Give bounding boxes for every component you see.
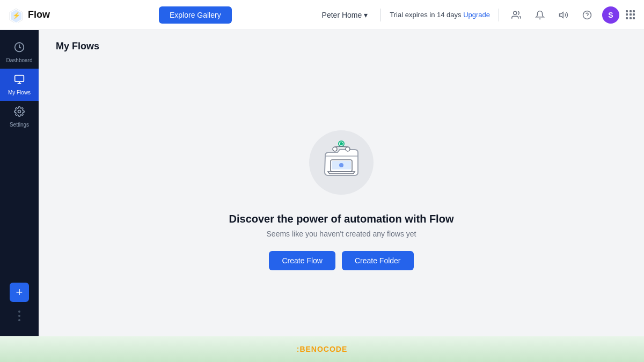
notification-icon[interactable] bbox=[531, 6, 548, 24]
sidebar-add-button[interactable]: + bbox=[10, 283, 29, 302]
plus-icon: + bbox=[16, 285, 23, 299]
create-folder-button[interactable]: Create Folder bbox=[342, 251, 414, 270]
header-center: Explore Gallery bbox=[73, 6, 318, 24]
svg-point-3 bbox=[514, 11, 517, 14]
empty-illustration bbox=[304, 125, 379, 200]
sidebar-item-myflows[interactable]: My Flows bbox=[0, 69, 39, 101]
sidebar-dots bbox=[18, 302, 20, 330]
sidebar-dot-1 bbox=[18, 311, 20, 313]
help-icon[interactable] bbox=[579, 6, 596, 24]
empty-state-subtitle: Seems like you haven't created any flows… bbox=[267, 230, 416, 238]
sidebar-dot-3 bbox=[18, 319, 20, 321]
workspace-selector[interactable]: Peter Home ▾ bbox=[318, 9, 372, 21]
svg-point-15 bbox=[346, 147, 350, 151]
content-area: My Flows bbox=[39, 30, 644, 336]
explore-gallery-button[interactable]: Explore Gallery bbox=[159, 6, 232, 24]
dashboard-icon bbox=[14, 42, 25, 55]
trial-text: Trial expires in 14 days Upgrade bbox=[390, 11, 490, 19]
svg-marker-4 bbox=[560, 12, 564, 18]
sidebar-dot-2 bbox=[18, 315, 20, 317]
svg-point-14 bbox=[333, 147, 337, 151]
page-header: My Flows bbox=[39, 30, 644, 61]
svg-text:⚡: ⚡ bbox=[12, 11, 20, 19]
avatar[interactable]: S bbox=[602, 6, 619, 24]
flow-illustration-icon bbox=[317, 137, 365, 186]
logo-area: ⚡ Flow bbox=[9, 8, 73, 23]
sidebar-item-settings[interactable]: Settings bbox=[0, 101, 39, 133]
team-icon[interactable] bbox=[508, 6, 525, 24]
workspace-name: Peter Home bbox=[322, 11, 362, 19]
sidebar-settings-label: Settings bbox=[10, 122, 29, 128]
footer: :BENOCODE bbox=[0, 336, 644, 362]
logo-icon: ⚡ bbox=[9, 8, 24, 23]
svg-rect-8 bbox=[15, 76, 24, 82]
chevron-down-icon: ▾ bbox=[364, 11, 368, 19]
announcement-icon[interactable] bbox=[555, 6, 572, 24]
sidebar-myflows-label: My Flows bbox=[8, 90, 31, 95]
myflows-icon bbox=[14, 74, 25, 87]
main-layout: Dashboard My Flows bbox=[0, 30, 644, 336]
divider bbox=[380, 9, 381, 21]
svg-point-18 bbox=[340, 142, 343, 145]
page-title: My Flows bbox=[56, 41, 627, 52]
upgrade-link[interactable]: Upgrade bbox=[463, 11, 490, 19]
sidebar-dashboard-label: Dashboard bbox=[6, 57, 33, 63]
svg-point-12 bbox=[339, 163, 343, 167]
sidebar: Dashboard My Flows bbox=[0, 30, 39, 336]
grid-menu-icon[interactable] bbox=[626, 10, 635, 20]
logo-text: Flow bbox=[28, 9, 50, 20]
create-flow-button[interactable]: Create Flow bbox=[269, 251, 335, 270]
sidebar-item-dashboard[interactable]: Dashboard bbox=[0, 36, 39, 69]
divider-2 bbox=[499, 9, 499, 21]
app-header: ⚡ Flow Explore Gallery Peter Home ▾ Tria… bbox=[0, 0, 644, 30]
settings-icon bbox=[14, 106, 25, 120]
svg-point-9 bbox=[18, 110, 21, 113]
footer-logo: :BENOCODE bbox=[297, 345, 348, 353]
svg-line-16 bbox=[335, 146, 341, 147]
empty-actions: Create Flow Create Folder bbox=[269, 251, 413, 270]
header-right: Peter Home ▾ Trial expires in 14 days Up… bbox=[318, 6, 635, 24]
empty-icon-wrap bbox=[317, 137, 365, 188]
svg-line-17 bbox=[341, 146, 348, 147]
empty-state: Discover the power of automation with Fl… bbox=[39, 61, 644, 335]
empty-state-title: Discover the power of automation with Fl… bbox=[229, 213, 454, 225]
